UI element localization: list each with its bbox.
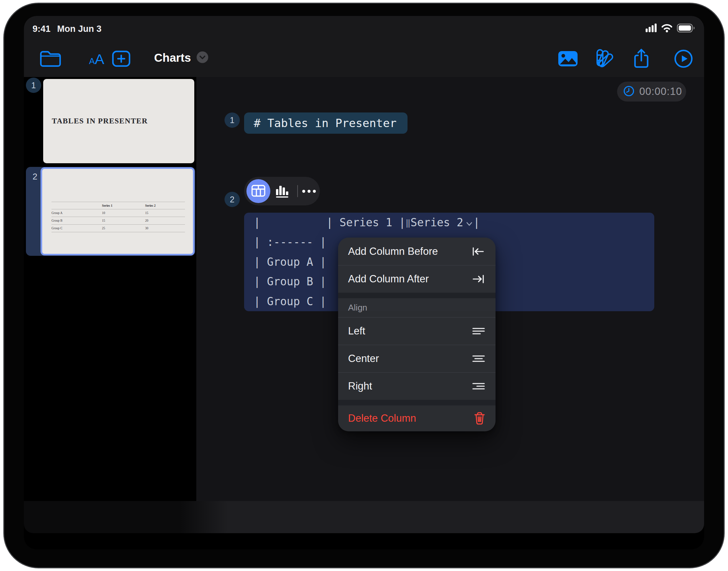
- battery-full-icon: [677, 23, 696, 34]
- slide-1-thumbnail[interactable]: TABLES IN PRESENTER: [43, 79, 194, 163]
- block-1-number-badge: 1: [224, 112, 240, 128]
- table-row: Group A 10 15: [52, 209, 185, 217]
- add-column-after-icon: [470, 274, 485, 284]
- play-circle-icon: [674, 49, 693, 69]
- slide-2-number-badge: 2: [32, 172, 37, 182]
- status-bar-left: 9:41 Mon Jun 3: [32, 24, 102, 34]
- trash-icon: [470, 412, 485, 425]
- ellipsis-icon: [302, 190, 316, 193]
- status-time: 9:41: [32, 24, 51, 34]
- photo-icon: [558, 50, 578, 68]
- menu-item-add-column-before[interactable]: Add Column Before: [338, 238, 495, 265]
- slide-1-title: TABLES IN PRESENTER: [43, 117, 148, 125]
- theme-button[interactable]: [595, 48, 616, 69]
- add-slide-icon: [112, 49, 131, 69]
- chart-view-button[interactable]: [275, 184, 290, 199]
- column-menu-chevron-icon: [466, 216, 473, 229]
- menu-section-gap: [338, 293, 495, 298]
- insert-media-button[interactable]: [557, 50, 578, 68]
- slide-1-number-badge: 1: [26, 78, 41, 93]
- menu-item-add-column-after[interactable]: Add Column After: [338, 265, 495, 293]
- align-right-icon: [470, 381, 485, 391]
- bar-chart-icon: [275, 184, 290, 199]
- menu-item-align-left[interactable]: Left: [338, 318, 495, 345]
- text-size-icon: AA: [89, 51, 104, 67]
- app-header: 9:41 Mon Jun 3 AA: [24, 16, 704, 77]
- menu-item-align-right[interactable]: Right: [338, 373, 495, 400]
- align-left-icon: [470, 326, 485, 336]
- menu-item-align-center[interactable]: Center: [338, 345, 495, 372]
- column-context-menu: Add Column Before Add Column After Align…: [338, 238, 495, 431]
- slide-navigator: 1 TABLES IN PRESENTER 2 Series 1 Series …: [24, 77, 196, 501]
- wifi-icon: [661, 23, 673, 34]
- slide-2-thumbnail[interactable]: Series 1 Series 2 Group A 10 15 Group B …: [40, 167, 195, 255]
- document-title-button[interactable]: Charts: [154, 51, 208, 65]
- chevron-down-circle-icon: [196, 51, 208, 65]
- add-column-before-icon: [470, 246, 485, 257]
- app-screen: 9:41 Mon Jun 3 AA: [24, 16, 704, 549]
- clock-icon: [623, 85, 635, 98]
- active-column-name: Series 2: [411, 216, 463, 229]
- theme-swatches-icon: [595, 48, 616, 69]
- block-2-number-badge: 2: [224, 192, 240, 207]
- text-format-button[interactable]: AA: [85, 48, 108, 70]
- slide-2-table-preview: Series 1 Series 2 Group A 10 15 Group B …: [52, 202, 185, 232]
- table-view-button[interactable]: [247, 179, 270, 203]
- cellular-signal-icon: [646, 23, 657, 33]
- folder-icon: [39, 50, 62, 68]
- menu-item-delete-column[interactable]: Delete Column: [338, 406, 495, 431]
- documents-folder-button[interactable]: [36, 48, 65, 70]
- menu-section-gap: [338, 400, 495, 406]
- markdown-heading-block[interactable]: # Tables in Presenter: [244, 112, 407, 134]
- status-bar-right: [646, 23, 696, 34]
- timer-value: 00:00:10: [639, 86, 682, 98]
- play-presentation-button[interactable]: [673, 49, 694, 69]
- bottom-panel: [24, 501, 704, 533]
- align-center-icon: [470, 353, 485, 364]
- table-row: Group B 15 20: [52, 217, 185, 224]
- status-date: Mon Jun 3: [57, 24, 102, 34]
- add-slide-button[interactable]: [111, 49, 131, 69]
- table-row: Series 1 Series 2: [52, 202, 185, 209]
- more-options-button[interactable]: [300, 184, 317, 199]
- table-icon: [251, 185, 265, 198]
- table-header-line: | | Series 1 |‖Series 2|: [254, 213, 654, 232]
- block-view-toolbar: [244, 177, 320, 205]
- rehearsal-timer[interactable]: 00:00:10: [617, 82, 686, 102]
- text-cursor: ‖: [405, 218, 411, 228]
- document-title: Charts: [154, 51, 191, 65]
- menu-section-align: Align: [338, 298, 495, 317]
- share-icon: [633, 48, 650, 70]
- markdown-editor: 00:00:10 1 # Tables in Presenter 2: [196, 77, 704, 501]
- toolbar-divider: [297, 185, 298, 197]
- share-button[interactable]: [632, 48, 651, 70]
- slide-2-selected-strip: 2 Series 1 Series 2 Group A 10 15 Group …: [26, 167, 195, 256]
- table-row: Group C 25 30: [52, 224, 185, 232]
